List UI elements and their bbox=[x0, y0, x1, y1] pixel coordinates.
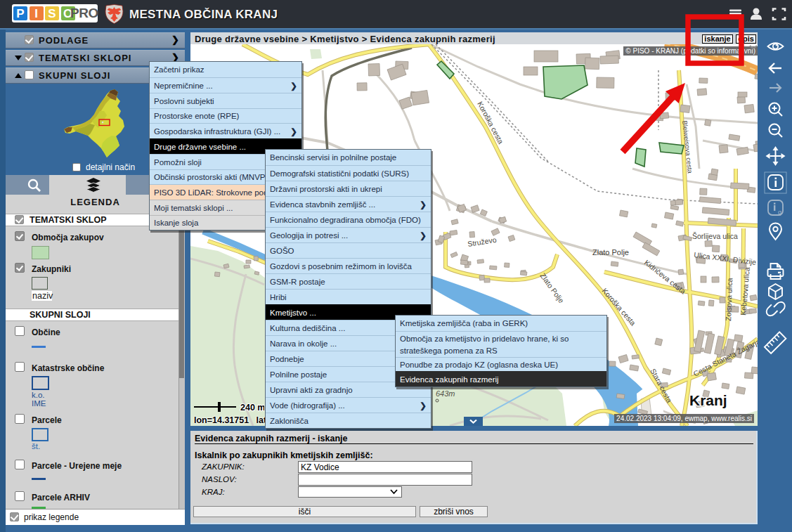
svg-text:Zlato Polje: Zlato Polje bbox=[592, 248, 629, 257]
svg-text:Šorlijeva ulica: Šorlijeva ulica bbox=[692, 232, 738, 240]
svg-text:Kranj: Kranj bbox=[689, 392, 727, 408]
svg-text:240 m: 240 m bbox=[240, 403, 264, 413]
svg-text:643m: 643m bbox=[436, 389, 455, 398]
svg-text:Zoisova ulica: Zoisova ulica bbox=[724, 278, 734, 321]
svg-text:g: g bbox=[778, 209, 781, 216]
